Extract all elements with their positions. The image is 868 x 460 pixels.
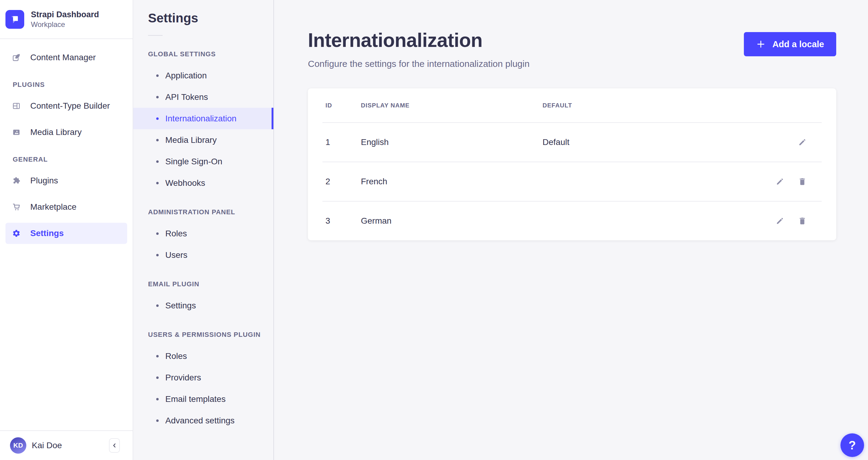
subnav-item-users[interactable]: Users bbox=[133, 244, 273, 266]
locale-id: 1 bbox=[322, 137, 361, 147]
page-subtitle: Configure the settings for the internati… bbox=[308, 59, 529, 69]
page-title: Internationalization bbox=[308, 30, 529, 51]
subnav-item-email-templates[interactable]: Email templates bbox=[133, 388, 273, 410]
subnav-list: Application API Tokens Internationalizat… bbox=[133, 65, 273, 194]
subnav-item-application[interactable]: Application bbox=[133, 65, 273, 86]
subnav-item-single-sign-on[interactable]: Single Sign-On bbox=[133, 151, 273, 172]
pencil-icon bbox=[798, 138, 807, 147]
subnav-item-label: Webhooks bbox=[165, 178, 205, 188]
column-header-default: DEFAULT bbox=[542, 102, 758, 109]
subnav-item-label: Providers bbox=[165, 373, 201, 383]
bullet-icon bbox=[156, 355, 159, 357]
locale-display-name: German bbox=[361, 216, 542, 226]
sidebar-item-label: Settings bbox=[30, 229, 64, 238]
bullet-icon bbox=[156, 398, 159, 400]
subnav-item-internationalization[interactable]: Internationalization bbox=[133, 108, 273, 129]
bullet-icon bbox=[156, 376, 159, 379]
add-locale-button[interactable]: Add a locale bbox=[744, 32, 836, 56]
sidebar-item-marketplace[interactable]: Marketplace bbox=[5, 196, 127, 218]
subnav-item-label: Roles bbox=[165, 229, 187, 238]
question-mark-icon: ? bbox=[848, 438, 856, 452]
workspace-title: Strapi Dashboard bbox=[31, 10, 99, 20]
bullet-icon bbox=[156, 74, 159, 77]
subnav-item-providers[interactable]: Providers bbox=[133, 367, 273, 388]
workspace-brand[interactable]: Strapi Dashboard Workplace bbox=[0, 0, 133, 38]
bullet-icon bbox=[156, 304, 159, 307]
avatar[interactable]: KD bbox=[10, 437, 26, 454]
sidebar-item-content-type-builder[interactable]: Content-Type Builder bbox=[5, 95, 127, 117]
subnav-section-users-permissions-plugin: USERS & PERMISSIONS PLUGIN bbox=[148, 331, 273, 339]
help-button[interactable]: ? bbox=[840, 433, 864, 457]
sidebar-item-settings[interactable]: Settings bbox=[5, 223, 127, 244]
bullet-icon bbox=[156, 139, 159, 141]
trash-icon bbox=[798, 177, 807, 186]
divider bbox=[148, 35, 162, 36]
locale-id: 3 bbox=[322, 216, 361, 226]
delete-locale-button[interactable] bbox=[796, 175, 808, 188]
chevron-left-icon bbox=[111, 442, 118, 449]
locales-table: ID DISPLAY NAME DEFAULT 1 English Defaul… bbox=[308, 88, 836, 240]
bullet-icon bbox=[156, 420, 159, 422]
sidebar-item-media-library[interactable]: Media Library bbox=[5, 122, 127, 143]
edit-locale-button[interactable] bbox=[796, 136, 808, 148]
subnav-title: Settings bbox=[148, 11, 273, 25]
subnav-list: Settings bbox=[133, 295, 273, 316]
delete-locale-button[interactable] bbox=[796, 215, 808, 227]
edit-locale-button[interactable] bbox=[774, 175, 786, 188]
subnav-item-label: API Tokens bbox=[165, 92, 208, 102]
content-type-builder-icon bbox=[12, 102, 21, 110]
strapi-logo-icon bbox=[5, 10, 24, 29]
main-content: Internationalization Configure the setti… bbox=[274, 0, 868, 460]
sidebar-item-label: Content Manager bbox=[30, 53, 96, 62]
plus-icon bbox=[756, 39, 766, 49]
edit-locale-button[interactable] bbox=[774, 215, 786, 227]
brand-text: Strapi Dashboard Workplace bbox=[31, 10, 99, 29]
collapse-sidebar-button[interactable] bbox=[109, 438, 120, 453]
subnav-item-webhooks[interactable]: Webhooks bbox=[133, 172, 273, 194]
subnav-item-roles[interactable]: Roles bbox=[133, 223, 273, 244]
main-sidebar: Strapi Dashboard Workplace Content Manag… bbox=[0, 0, 133, 460]
bullet-icon bbox=[156, 254, 159, 256]
subnav-item-email-settings[interactable]: Settings bbox=[133, 295, 273, 316]
row-actions bbox=[758, 215, 822, 227]
column-header-display-name: DISPLAY NAME bbox=[361, 102, 542, 109]
subnav-item-label: Application bbox=[165, 71, 207, 80]
trash-icon bbox=[798, 217, 807, 226]
bullet-icon bbox=[156, 118, 159, 120]
user-name: Kai Doe bbox=[32, 440, 62, 450]
subnav-section-administration-panel: ADMINISTRATION PANEL bbox=[148, 208, 273, 216]
subnav-item-label: Advanced settings bbox=[165, 416, 235, 426]
marketplace-icon bbox=[12, 203, 21, 211]
gear-icon bbox=[12, 229, 21, 237]
subnav-item-up-roles[interactable]: Roles bbox=[133, 345, 273, 367]
sidebar-item-label: Media Library bbox=[30, 127, 82, 137]
nav-section-general: GENERAL bbox=[13, 156, 127, 163]
add-locale-button-label: Add a locale bbox=[772, 39, 824, 49]
subnav-item-media-library[interactable]: Media Library bbox=[133, 129, 273, 151]
nav-section-plugins: PLUGINS bbox=[13, 81, 127, 89]
locale-default-badge: Default bbox=[542, 137, 758, 147]
subnav-list: Roles Users bbox=[133, 223, 273, 266]
page-header: Internationalization Configure the setti… bbox=[308, 0, 836, 69]
subnav-section-global-settings: GLOBAL SETTINGS bbox=[148, 50, 273, 58]
subnav-item-label: Media Library bbox=[165, 135, 217, 145]
locale-display-name: French bbox=[361, 177, 542, 187]
locale-display-name: English bbox=[361, 137, 542, 147]
table-row: 1 English Default bbox=[322, 122, 822, 162]
sidebar-item-plugins[interactable]: Plugins bbox=[5, 170, 127, 191]
settings-subnav: Settings GLOBAL SETTINGS Application API… bbox=[133, 0, 274, 460]
bullet-icon bbox=[156, 182, 159, 184]
sidebar-footer: KD Kai Doe bbox=[0, 430, 133, 460]
subnav-item-api-tokens[interactable]: API Tokens bbox=[133, 86, 273, 108]
subnav-item-advanced-settings[interactable]: Advanced settings bbox=[133, 410, 273, 431]
subnav-item-label: Users bbox=[165, 250, 187, 260]
subnav-section-email-plugin: EMAIL PLUGIN bbox=[148, 280, 273, 288]
bullet-icon bbox=[156, 232, 159, 235]
sidebar-item-label: Content-Type Builder bbox=[30, 101, 110, 111]
subnav-item-label: Roles bbox=[165, 351, 187, 361]
sidebar-item-content-manager[interactable]: Content Manager bbox=[5, 47, 127, 68]
subnav-item-label: Settings bbox=[165, 301, 196, 310]
row-actions bbox=[758, 175, 822, 188]
table-row: 3 German bbox=[322, 201, 822, 240]
subnav-list: Roles Providers Email templates Advanced… bbox=[133, 345, 273, 431]
